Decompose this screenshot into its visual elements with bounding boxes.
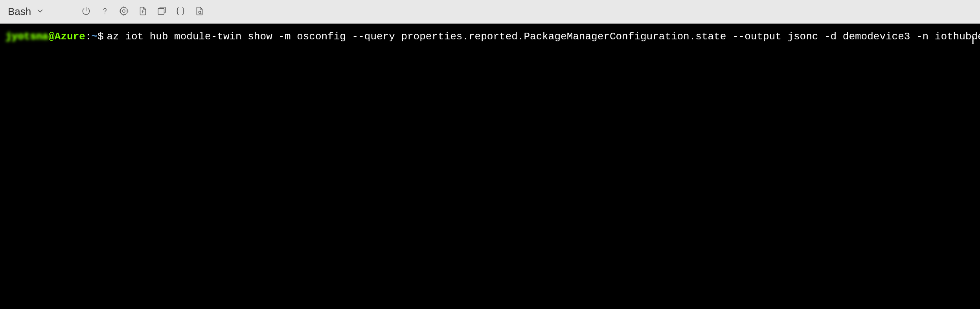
braces-icon [175,6,186,18]
cloud-shell-toolbar: Bash [0,0,980,24]
new-window-icon [156,6,167,18]
toolbar-divider [71,5,71,19]
prompt-dollar: $ [97,30,104,44]
svg-point-2 [199,11,200,13]
help-icon [100,6,110,18]
power-icon [81,6,91,18]
web-preview-button[interactable] [191,4,207,20]
restart-button[interactable] [78,4,94,20]
chevron-down-icon [36,7,44,17]
svg-rect-1 [158,8,164,14]
settings-button[interactable] [116,4,132,20]
prompt-colon: : [85,30,92,44]
prompt-user-blurred: jyotsna [6,30,48,44]
upload-download-button[interactable] [135,4,151,20]
command-text: az iot hub module-twin show -m osconfig … [107,30,980,44]
svg-point-0 [123,9,125,12]
prompt-host: @Azure [48,30,85,44]
shell-label: Bash [8,6,31,18]
terminal-area[interactable]: jyotsna@Azure:~$az iot hub module-twin s… [0,24,980,309]
new-session-button[interactable] [154,4,169,20]
terminal-prompt-line: jyotsna@Azure:~$az iot hub module-twin s… [6,28,974,44]
shell-selector-dropdown[interactable]: Bash [5,4,64,19]
file-transfer-icon [138,6,148,18]
gear-icon [119,6,129,18]
help-button[interactable] [97,4,113,20]
prompt-path: ~ [91,30,97,44]
editor-button[interactable] [173,4,188,20]
file-preview-icon [194,6,204,18]
